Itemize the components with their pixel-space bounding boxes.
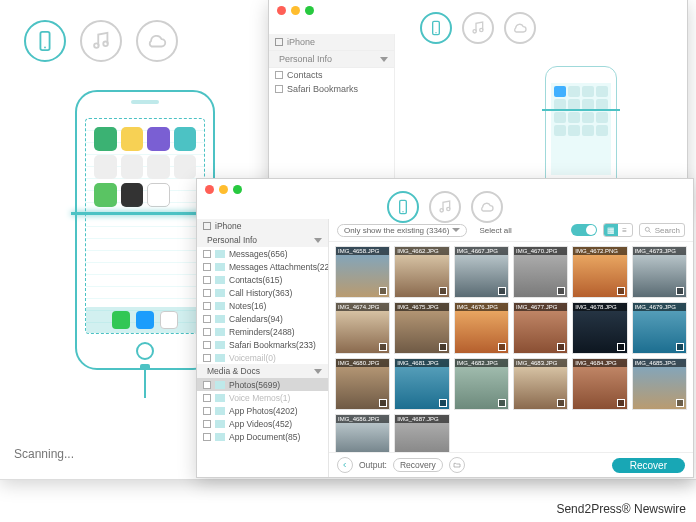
recover-button[interactable]: Recover [612,458,685,473]
category-item[interactable]: App Document(85) [197,430,328,443]
checkbox[interactable] [203,381,211,389]
photo-thumbnail[interactable]: IMG_4686.JPG [335,414,390,452]
thumbnail-checkbox[interactable] [557,343,565,351]
window-controls[interactable] [205,185,242,194]
thumbnail-checkbox[interactable] [557,399,565,407]
category-item[interactable]: Call History(363) [197,286,328,299]
checkbox[interactable] [203,407,211,415]
checkbox[interactable] [203,341,211,349]
thumbnail-checkbox[interactable] [498,343,506,351]
output-path[interactable]: Recovery [393,458,443,472]
checkbox[interactable] [275,71,283,79]
category-item[interactable]: Contacts(615) [197,273,328,286]
view-mode-toggle[interactable]: ▦ ≡ [603,223,633,237]
checkbox[interactable] [203,328,211,336]
photo-thumbnail[interactable]: IMG_4667.JPG [454,246,509,298]
filter-mode-dropdown[interactable]: Only show the existing (3346) [337,224,467,237]
category-item[interactable]: Reminders(2488) [197,325,328,338]
photo-thumbnail[interactable]: IMG_4685.JPG [632,358,687,410]
photo-thumbnail[interactable]: IMG_4684.JPG [572,358,627,410]
thumbnail-checkbox[interactable] [676,343,684,351]
thumbnail-checkbox[interactable] [439,343,447,351]
tab-itunes[interactable] [462,12,494,44]
scan-status: Scanning... [14,447,74,461]
breadcrumb[interactable]: iPhone [197,219,328,233]
thumbnail-checkbox[interactable] [379,399,387,407]
category-label: App Document(85) [229,432,300,442]
category-item[interactable]: Photos(5699) [197,378,328,391]
list-view-icon[interactable]: ≡ [618,224,632,236]
toggle-switch[interactable] [571,224,597,236]
photo-thumbnail[interactable]: IMG_4662.JPG [394,246,449,298]
checkbox[interactable] [203,433,211,441]
checkbox[interactable] [275,85,283,93]
thumbnail-checkbox[interactable] [557,287,565,295]
category-item[interactable]: Voice Memos(1) [197,391,328,404]
thumbnail-checkbox[interactable] [617,343,625,351]
back-button[interactable] [337,457,353,473]
photo-thumbnail[interactable]: IMG_4672.PNG [572,246,627,298]
tab-device[interactable] [24,20,66,62]
category-item[interactable]: Messages(656) [197,247,328,260]
chevron-down-icon [452,228,460,232]
phone-icon [395,199,411,215]
checkbox[interactable] [203,263,211,271]
thumbnail-checkbox[interactable] [617,399,625,407]
photo-thumbnail[interactable]: IMG_4674.JPG [335,302,390,354]
tab-icloud[interactable] [504,12,536,44]
thumbnail-checkbox[interactable] [617,287,625,295]
category-icon [215,341,225,349]
sidebar-item[interactable]: Safari Bookmarks [269,82,394,96]
photo-thumbnail[interactable]: IMG_4683.JPG [513,358,568,410]
category-item[interactable]: Voicemail(0) [197,351,328,364]
category-item[interactable]: Safari Bookmarks(233) [197,338,328,351]
thumbnail-checkbox[interactable] [439,399,447,407]
photo-thumbnail[interactable]: IMG_4658.JPG [335,246,390,298]
category-item[interactable]: App Videos(452) [197,417,328,430]
thumbnail-checkbox[interactable] [379,343,387,351]
checkbox[interactable] [203,302,211,310]
checkbox[interactable] [203,289,211,297]
sidebar-section[interactable]: Personal Info [197,233,328,247]
category-item[interactable]: App Photos(4202) [197,404,328,417]
category-item[interactable]: Notes(16) [197,299,328,312]
checkbox[interactable] [203,420,211,428]
thumbnail-checkbox[interactable] [498,287,506,295]
sidebar-section[interactable]: Personal Info [269,51,394,68]
device-mini-illustration [545,66,617,196]
checkbox[interactable] [203,315,211,323]
thumbnail-checkbox[interactable] [676,287,684,295]
category-label: Voicemail(0) [229,353,276,363]
thumbnail-checkbox[interactable] [676,399,684,407]
category-item[interactable]: Calendars(94) [197,312,328,325]
sidebar-section[interactable]: Media & Docs [197,364,328,378]
sidebar-item[interactable]: Contacts [269,68,394,82]
checkbox[interactable] [203,250,211,258]
photo-thumbnail[interactable]: IMG_4678.JPG [572,302,627,354]
photo-thumbnail[interactable]: IMG_4675.JPG [394,302,449,354]
grid-view-icon[interactable]: ▦ [604,224,618,236]
tab-itunes[interactable] [80,20,122,62]
thumbnail-checkbox[interactable] [439,287,447,295]
category-item[interactable]: Messages Attachments(22) [197,260,328,273]
photo-thumbnail[interactable]: IMG_4676.JPG [454,302,509,354]
tab-device[interactable] [420,12,452,44]
breadcrumb[interactable]: iPhone [269,34,394,51]
thumbnail-checkbox[interactable] [379,287,387,295]
open-folder-button[interactable] [449,457,465,473]
checkbox[interactable] [203,394,211,402]
photo-thumbnail[interactable]: IMG_4677.JPG [513,302,568,354]
tab-icloud[interactable] [136,20,178,62]
checkbox[interactable] [203,276,211,284]
window-controls[interactable] [277,6,314,15]
search-input[interactable]: Search [639,223,685,237]
photo-thumbnail[interactable]: IMG_4681.JPG [394,358,449,410]
thumbnail-checkbox[interactable] [498,399,506,407]
checkbox[interactable] [203,354,211,362]
photo-thumbnail[interactable]: IMG_4682.JPG [454,358,509,410]
photo-thumbnail[interactable]: IMG_4679.JPG [632,302,687,354]
photo-thumbnail[interactable]: IMG_4673.JPG [632,246,687,298]
photo-thumbnail[interactable]: IMG_4687.JPG [394,414,449,452]
photo-thumbnail[interactable]: IMG_4670.JPG [513,246,568,298]
photo-thumbnail[interactable]: IMG_4680.JPG [335,358,390,410]
